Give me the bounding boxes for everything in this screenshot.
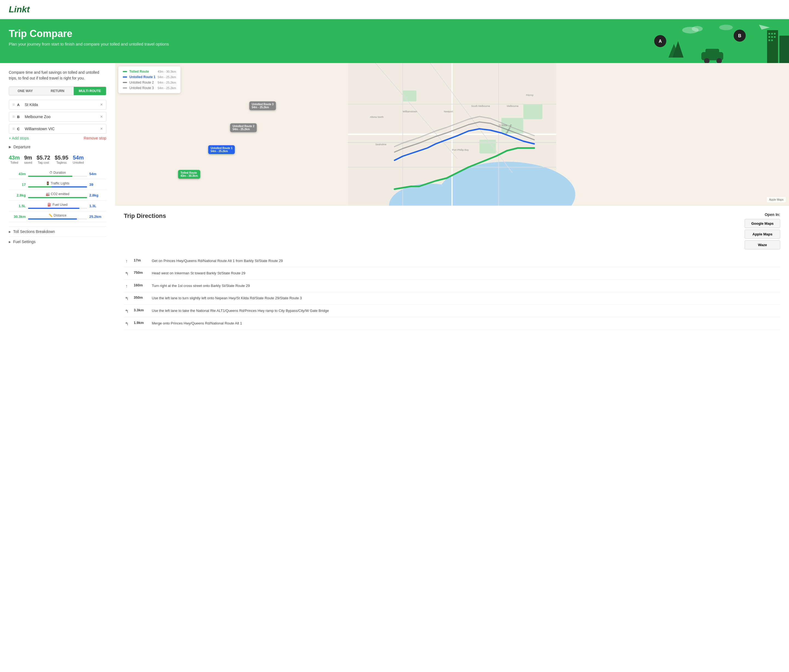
tolled-time-value: 43m: [9, 155, 20, 161]
open-in-google-maps[interactable]: Google Maps: [744, 219, 780, 228]
logo-text: Linkt: [9, 5, 30, 14]
svg-rect-27: [479, 140, 496, 154]
saved-time-value: 9m: [24, 155, 32, 161]
stop-a-clear[interactable]: ×: [100, 102, 103, 107]
comparison-table: 43m ⏱ Duration 54m 17 🚦 Traffic Lights: [9, 168, 106, 222]
direction-step-4: ↰ 350m Use the left lane to turn slightl…: [124, 292, 780, 305]
stop-c-clear[interactable]: ×: [100, 126, 103, 131]
comparison-fuel: 1.5L ⛽ Fuel Used 1.3L: [9, 201, 106, 211]
legend-detail-untolled3: 54m - 25.2km: [158, 86, 176, 90]
badge-tolled: Tolled Route 43m - 30.3km: [178, 170, 200, 179]
directions-header: Trip Directions Open In: Google Maps App…: [124, 213, 780, 250]
tab-return[interactable]: RETURN: [42, 87, 74, 95]
tab-one-way[interactable]: ONE WAY: [9, 87, 42, 95]
compare-intro: Compare time and fuel savings on tolled …: [9, 70, 106, 81]
stats-row: 43m Tolled 9m saved $5.72 Tag cost $5.95…: [9, 155, 106, 164]
route-legend: Tolled Route 43m - 30.3km Untolled Route…: [118, 66, 180, 93]
direction-text-1: Get on Princes Hwy/Queens Rd/National Ro…: [152, 258, 780, 264]
legend-detail-tolled: 43m - 30.3km: [158, 70, 176, 73]
svg-text:Port Phillip Bay: Port Phillip Bay: [452, 149, 469, 151]
svg-rect-17: [771, 33, 773, 35]
stop-a-input[interactable]: St Kilda: [25, 102, 98, 107]
departure-row[interactable]: ▶ Departure: [9, 145, 106, 149]
stop-b-row: ≡ B Melbourne Zoo ×: [9, 112, 106, 122]
tagless-value: $5.95: [54, 155, 68, 161]
legend-color-untolled3: [123, 87, 127, 88]
direction-dist-4: 350m: [134, 296, 147, 299]
duration-center: ⏱ Duration: [28, 171, 87, 177]
right-panel: Nelson Pl Altona North Williamstown Newp…: [115, 63, 789, 336]
open-in-buttons: Google Maps Apple Maps Waze: [744, 219, 780, 250]
legend-untolled1[interactable]: Untolled Route 1 54m - 25.2km: [123, 75, 176, 79]
stop-b-input[interactable]: Melbourne Zoo: [25, 115, 98, 119]
legend-color-tolled: [123, 71, 127, 72]
comparison-traffic: 17 🚦 Traffic Lights 39: [9, 179, 106, 190]
hero-illustration: A B: [624, 19, 789, 63]
untolled-time-value: 54m: [73, 155, 84, 161]
svg-rect-21: [774, 36, 776, 38]
svg-text:Seaholme: Seaholme: [375, 143, 387, 146]
direction-step-5: ↰ 3.3km Use the left lane to take the Na…: [124, 305, 780, 317]
fuel-center: ⛽ Fuel Used: [28, 203, 87, 209]
svg-text:B: B: [738, 34, 741, 38]
badge-untolled3: Untolled Route 3 54m - 25.2km: [249, 101, 276, 110]
direction-text-6: Merge onto Princes Hwy/Queens Rd/Nationa…: [152, 321, 780, 326]
tag-cost-value: $5.72: [37, 155, 50, 161]
open-in-apple-maps[interactable]: Apple Maps: [744, 230, 780, 239]
traffic-left: 17: [9, 182, 28, 187]
toll-breakdown-label: Toll Sections Breakdown: [13, 229, 55, 234]
departure-label: Departure: [13, 145, 30, 149]
direction-icon-4: ↰: [124, 296, 129, 301]
traffic-right: 39: [87, 182, 106, 187]
direction-step-2: ↰ 750m Head west on Inkerman St toward B…: [124, 267, 780, 280]
drag-handle-a[interactable]: ≡: [12, 102, 15, 107]
stop-label-c: C: [17, 127, 22, 131]
legend-label-tolled: Tolled Route: [129, 70, 149, 74]
legend-tolled[interactable]: Tolled Route 43m - 30.3km: [123, 70, 176, 74]
stop-c-input[interactable]: Williamstown VIC: [25, 126, 98, 131]
co2-left: 2.9kg: [9, 193, 28, 197]
legend-untolled2[interactable]: Untolled Route 2 54m - 25.2km: [123, 81, 176, 85]
svg-rect-22: [768, 40, 770, 41]
direction-dist-1: 17m: [134, 258, 147, 262]
fuel-settings-label: Fuel Settings: [13, 240, 36, 244]
direction-dist-6: 1.9km: [134, 321, 147, 325]
open-in-label: Open In:: [744, 213, 780, 217]
linkt-logo: Linkt: [9, 5, 780, 14]
svg-point-12: [719, 25, 733, 30]
add-stops-link[interactable]: + Add stops: [9, 136, 29, 140]
fuel-left: 1.5L: [9, 204, 28, 208]
fuel-settings-toggle[interactable]: ▶ Fuel Settings: [9, 237, 106, 246]
toll-breakdown-toggle[interactable]: ▶ Toll Sections Breakdown: [9, 226, 106, 237]
departure-arrow-icon: ▶: [9, 145, 11, 149]
open-in-waze[interactable]: Waze: [744, 240, 780, 250]
svg-text:Melbourne: Melbourne: [507, 105, 519, 107]
drag-handle-b[interactable]: ≡: [12, 114, 15, 119]
direction-text-5: Use the left lane to take the National R…: [152, 308, 780, 314]
map-background: Nelson Pl Altona North Williamstown Newp…: [115, 63, 789, 206]
stat-untolled-time: 54m Untolled: [73, 155, 84, 164]
direction-text-4: Use the left lane to turn slightly left …: [152, 296, 780, 301]
duration-label: ⏱ Duration: [28, 171, 87, 174]
apple-maps-attribution: Apple Maps: [767, 197, 786, 202]
legend-label-untolled3: Untolled Route 3: [129, 86, 154, 90]
legend-detail-untolled1: 54m - 25.2km: [158, 75, 176, 78]
direction-dist-5: 3.3km: [134, 308, 147, 312]
direction-dist-2: 750m: [134, 270, 147, 275]
direction-icon-1: ↑: [124, 259, 129, 264]
direction-step-3: ↑ 160m Turn right at the 1st cross stree…: [124, 280, 780, 292]
legend-untolled3[interactable]: Untolled Route 3 54m - 25.2km: [123, 86, 176, 90]
route-tabs: ONE WAY RETURN MULTI ROUTE: [9, 86, 106, 95]
svg-rect-14: [767, 30, 778, 63]
traffic-center: 🚦 Traffic Lights: [28, 181, 87, 187]
stop-c-row: ≡ C Williamstown VIC ×: [9, 124, 106, 134]
remove-stop-link[interactable]: Remove stop: [84, 136, 106, 140]
svg-text:Fitzroy: Fitzroy: [526, 94, 533, 96]
distance-left: 30.3km: [9, 214, 28, 219]
drag-handle-c[interactable]: ≡: [12, 126, 15, 131]
direction-icon-5: ↰: [124, 309, 129, 314]
tab-multi-route[interactable]: MULTI ROUTE: [74, 87, 106, 95]
stop-b-clear[interactable]: ×: [100, 114, 103, 119]
svg-marker-13: [759, 25, 770, 30]
stat-tagless: $5.95 Tagless: [54, 155, 68, 164]
